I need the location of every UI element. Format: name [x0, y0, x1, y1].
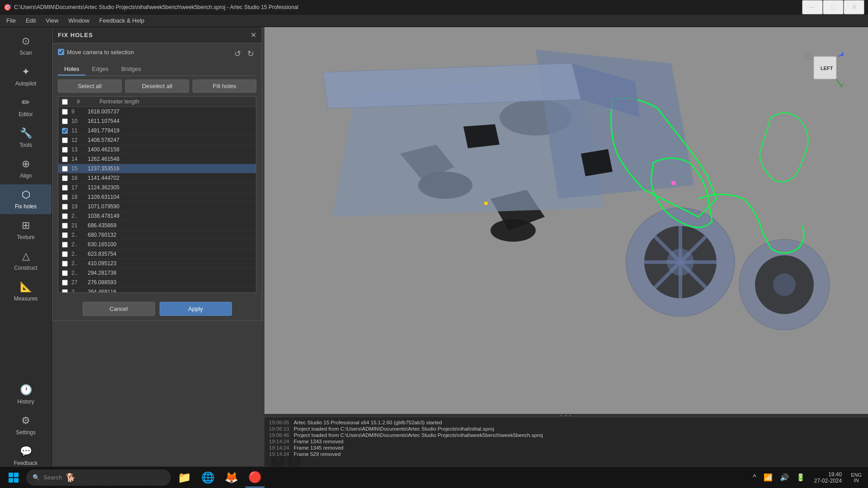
volume-icon[interactable]: 🔊	[778, 471, 791, 483]
hole-row[interactable]: 191071.079590	[58, 202, 256, 211]
deselect-all-button[interactable]: Deselect all	[125, 80, 189, 93]
sidebar-item-editor[interactable]: ✏ Editor	[0, 92, 52, 122]
windows-start-button[interactable]	[5, 469, 23, 487]
battery-icon[interactable]: 🔋	[794, 471, 807, 483]
viewport[interactable]: LEFT Z Y ↺ ↻ • • •	[264, 27, 868, 475]
hole-row[interactable]: 21686.435669	[58, 221, 256, 230]
hole-checkbox[interactable]	[62, 185, 68, 191]
hole-checkbox[interactable]	[62, 175, 68, 181]
sidebar-item-history[interactable]: 🕐 History	[0, 380, 52, 409]
sidebar-item-measures[interactable]: 📐 Measures	[0, 277, 52, 306]
hole-number: 12	[71, 137, 84, 143]
hole-checkbox[interactable]	[62, 147, 68, 153]
select-all-checkbox[interactable]	[62, 99, 68, 105]
hole-row[interactable]: 2..294.281738	[58, 268, 256, 278]
menu-edit[interactable]: Edit	[21, 15, 40, 26]
fill-holes-button[interactable]: Fill holes	[193, 80, 256, 93]
hole-checkbox[interactable]	[62, 128, 68, 134]
hole-perimeter: 1262.461548	[88, 156, 252, 162]
hole-row[interactable]: 27276.088593	[58, 278, 256, 287]
hole-row[interactable]: 181109.631104	[58, 192, 256, 202]
undo-button[interactable]: ↺	[232, 48, 243, 60]
sidebar-item-construct[interactable]: △ Construct	[0, 246, 52, 276]
hole-checkbox[interactable]	[62, 289, 68, 293]
sidebar-item-scan[interactable]: ⊙ Scan	[0, 31, 52, 61]
sidebar-item-align[interactable]: ⊕ Align	[0, 154, 52, 183]
hole-row[interactable]: 121408.578247	[58, 136, 256, 145]
hole-row[interactable]: 111491.779419	[58, 126, 256, 136]
log-entry: 19:06:13Project loaded from C:\Users\ADM…	[269, 426, 863, 432]
hole-row[interactable]: 161141.444702	[58, 174, 256, 183]
hole-row[interactable]: 151237.353516	[58, 164, 256, 174]
chevron-up-icon[interactable]: ^	[751, 472, 758, 483]
taskbar-firefox[interactable]: 🦊	[222, 468, 241, 488]
hole-row[interactable]: 2..623.835754	[58, 249, 256, 259]
sidebar-item-fix-holes[interactable]: ⬡ Fix holes	[0, 184, 52, 214]
sidebar-item-tools[interactable]: 🔧 Tools	[0, 123, 52, 153]
hole-row[interactable]: 91618.005737	[58, 107, 256, 117]
menu-file[interactable]: File	[2, 15, 20, 26]
redo-button[interactable]: ↻	[245, 48, 256, 60]
holes-list-container[interactable]: # Perimeter length 91618.005737101611.10…	[58, 96, 256, 293]
hole-checkbox[interactable]	[62, 109, 68, 115]
close-button[interactable]: ✕	[844, 0, 864, 14]
sidebar-item-autopilot[interactable]: ✦ Autopilot	[0, 61, 52, 91]
hole-checkbox[interactable]	[62, 261, 68, 267]
tab-edges[interactable]: Edges	[85, 63, 115, 75]
hole-perimeter: 1141.444702	[88, 175, 252, 181]
hole-checkbox[interactable]	[62, 194, 68, 200]
hole-row[interactable]: 2..630.165100	[58, 240, 256, 249]
action-buttons-row: Select all Deselect all Fill holes	[58, 80, 256, 93]
menu-feedback-help[interactable]: Feedback & Help	[95, 15, 149, 26]
hole-checkbox[interactable]	[62, 118, 68, 124]
hole-row[interactable]: 2..264.469116	[58, 287, 256, 293]
hole-row[interactable]: 101611.107544	[58, 117, 256, 126]
tab-bridges[interactable]: Bridges	[115, 63, 147, 75]
hole-checkbox[interactable]	[62, 156, 68, 162]
hole-checkbox[interactable]	[62, 137, 68, 143]
undo-redo-controls: ↺ ↻	[232, 48, 256, 60]
tab-holes[interactable]: Holes	[58, 63, 85, 75]
hole-checkbox[interactable]	[62, 270, 68, 276]
hole-checkbox[interactable]	[62, 251, 68, 257]
sidebar-item-texture[interactable]: ⊞ Texture	[0, 215, 52, 245]
hole-checkbox[interactable]	[62, 213, 68, 219]
minimize-button[interactable]: ─	[802, 0, 823, 14]
taskbar-file-explorer[interactable]: 📁	[175, 468, 194, 488]
hole-checkbox[interactable]	[62, 280, 68, 286]
header-number: #	[77, 99, 90, 105]
maximize-button[interactable]: □	[823, 0, 844, 14]
menu-view[interactable]: View	[41, 15, 63, 26]
hole-checkbox[interactable]	[62, 204, 68, 210]
hole-row[interactable]: 2..680.760132	[58, 230, 256, 240]
cancel-button[interactable]: Cancel	[83, 302, 155, 316]
titlebar-controls[interactable]: ─ □ ✕	[802, 0, 864, 14]
tools-icon: 🔧	[20, 127, 32, 139]
hole-perimeter: 680.760132	[88, 232, 252, 238]
search-bar[interactable]: 🔍 Search 🐕	[26, 469, 171, 486]
hole-checkbox[interactable]	[62, 166, 68, 172]
dialog-close-button[interactable]: ✕	[250, 31, 256, 39]
select-all-button[interactable]: Select all	[58, 80, 122, 93]
network-icon[interactable]: 📶	[762, 471, 774, 483]
hole-row[interactable]: 2..410.095123	[58, 259, 256, 268]
menu-window[interactable]: Window	[64, 15, 94, 26]
hole-checkbox[interactable]	[62, 223, 68, 229]
taskbar-artec[interactable]: 🔴	[245, 468, 265, 488]
hole-row[interactable]: 141262.461548	[58, 155, 256, 164]
apply-button[interactable]: Apply	[160, 302, 232, 316]
log-message: Frame 1343 removed	[294, 439, 344, 444]
move-camera-checkbox[interactable]	[58, 49, 64, 55]
hole-checkbox[interactable]	[62, 242, 68, 248]
feedback-icon: 💬	[20, 446, 32, 457]
hole-row[interactable]: 2..1038.478149	[58, 211, 256, 221]
hole-row[interactable]: 131400.462158	[58, 145, 256, 155]
clock-widget[interactable]: 19:40 27-02-2024	[811, 469, 845, 486]
log-entry: 19:14:24Frame 529 removed	[269, 451, 863, 457]
hole-row[interactable]: 171124.362305	[58, 183, 256, 192]
sidebar-item-settings[interactable]: ⚙ Settings	[0, 410, 52, 440]
language-widget[interactable]: ENG IN	[849, 470, 863, 485]
taskbar-chrome[interactable]: 🌐	[198, 468, 218, 488]
hole-perimeter: 1071.079590	[88, 203, 252, 210]
hole-checkbox[interactable]	[62, 232, 68, 238]
